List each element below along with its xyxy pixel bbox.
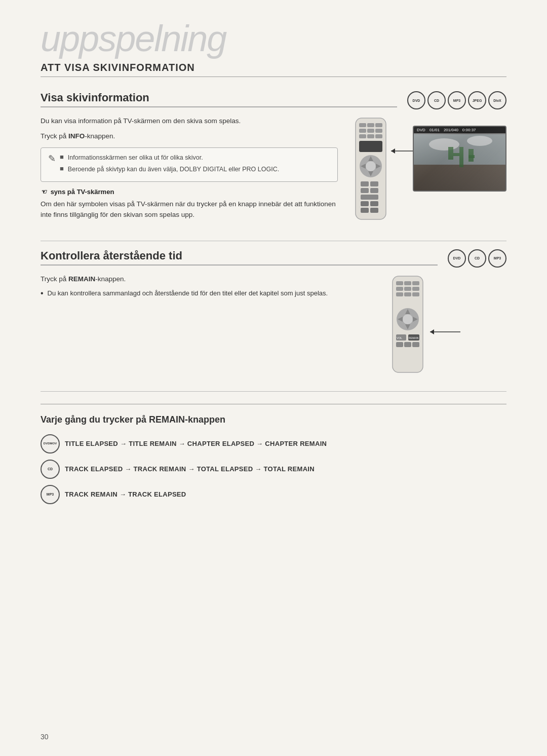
svg-rect-9 bbox=[375, 134, 382, 138]
tv-screen-panel: DVD 01/01 201/040 0:00:37 bbox=[413, 121, 506, 192]
svg-rect-29 bbox=[414, 165, 506, 192]
svg-rect-22 bbox=[361, 201, 369, 206]
callout-arrow-2 bbox=[427, 322, 463, 342]
main-section-title: ATT VISA SKIVINFORMATION bbox=[41, 62, 506, 77]
tv-screen-svg bbox=[414, 127, 506, 192]
flow-title: Varje gång du trycker på REMAIN-knappen bbox=[41, 414, 506, 425]
svg-marker-61 bbox=[430, 329, 434, 334]
svg-marker-27 bbox=[391, 148, 395, 154]
svg-text:REMAIN: REMAIN bbox=[409, 336, 419, 339]
svg-rect-57 bbox=[396, 342, 403, 347]
svg-rect-10 bbox=[359, 141, 382, 152]
flow-row-mp3: MP3 TRACK REMAIN → TRACK ELAPSED bbox=[41, 485, 506, 504]
remote-svg bbox=[348, 116, 394, 222]
svg-rect-20 bbox=[370, 188, 378, 193]
svg-rect-39 bbox=[404, 281, 411, 285]
svg-rect-44 bbox=[396, 292, 403, 296]
svg-rect-40 bbox=[412, 281, 419, 285]
section2-remote-area: VOL REMAIN bbox=[385, 274, 506, 375]
section1-title: Visa skivinformation bbox=[41, 91, 397, 107]
mp3-icon: MP3 bbox=[448, 91, 466, 109]
svg-rect-18 bbox=[370, 181, 378, 186]
svg-rect-7 bbox=[359, 134, 366, 138]
svg-rect-21 bbox=[361, 195, 378, 200]
svg-rect-43 bbox=[412, 287, 419, 291]
note-icon: ✎ bbox=[48, 153, 56, 164]
section1-images: DVD 01/01 201/040 0:00:37 bbox=[348, 116, 506, 224]
svg-rect-41 bbox=[396, 287, 403, 291]
cd-icon-2: CD bbox=[468, 249, 486, 268]
section2-text: Tryck på REMAIN-knappen. • Du kan kontro… bbox=[41, 274, 375, 375]
page-number: 30 bbox=[41, 733, 49, 741]
svg-rect-38 bbox=[396, 281, 403, 285]
flow-dvd-icon: DVD MOV bbox=[41, 434, 60, 453]
svg-rect-25 bbox=[370, 208, 378, 213]
disc-icons-section1: DVD CD MP3 JPEG DivX bbox=[407, 91, 506, 109]
remote-svg-2: VOL REMAIN bbox=[385, 274, 431, 375]
divider-1 bbox=[41, 241, 506, 241]
flow-cd-icon: CD bbox=[41, 460, 60, 479]
svg-rect-36 bbox=[468, 149, 474, 162]
svg-rect-1 bbox=[359, 123, 366, 127]
note-box: ✎ ■ Informationsskärmen ser olika ut för… bbox=[41, 147, 338, 182]
section2-bullet: • Du kan kontrollera sammanlagd och åter… bbox=[41, 288, 375, 298]
svg-rect-28 bbox=[414, 134, 506, 165]
svg-text:VOL: VOL bbox=[397, 336, 402, 339]
disc-icons-section2: DVD CD MP3 bbox=[448, 249, 506, 268]
flow-cd-text: TRACK ELAPSED → TRACK REMAIN → TOTAL ELA… bbox=[65, 465, 315, 473]
svg-rect-35 bbox=[448, 147, 453, 160]
divider-2 bbox=[41, 391, 506, 392]
svg-rect-33 bbox=[453, 153, 459, 156]
note-item-2: ■ Beroende på skivtyp kan du även välja,… bbox=[60, 165, 279, 174]
svg-rect-42 bbox=[404, 287, 411, 291]
svg-rect-46 bbox=[412, 292, 419, 296]
tv-symbol-text: Om den här symbolen visas på TV-skärmen … bbox=[41, 199, 338, 220]
section1-instruction: Tryck på INFO-knappen. bbox=[41, 131, 338, 142]
svg-rect-5 bbox=[367, 129, 374, 133]
tv-symbol-section: ☜ syns på TV-skärmen Om den här symbolen… bbox=[41, 188, 338, 220]
tv-symbol-title: ☜ syns på TV-skärmen bbox=[41, 188, 338, 196]
svg-rect-4 bbox=[359, 129, 366, 133]
svg-rect-17 bbox=[361, 181, 369, 186]
tv-info-bar: DVD 01/01 201/040 0:00:37 bbox=[414, 127, 505, 133]
cd-icon: CD bbox=[427, 91, 446, 109]
tv-screen-display: DVD 01/01 201/040 0:00:37 bbox=[413, 126, 506, 192]
section2-instruction: Tryck på REMAIN-knappen. bbox=[41, 274, 375, 285]
svg-rect-8 bbox=[367, 134, 374, 138]
svg-rect-6 bbox=[375, 129, 382, 133]
flow-row-dvd: DVD MOV TITLE ELAPSED → TITLE REMAIN → C… bbox=[41, 434, 506, 453]
section1-body1: Du kan visa information på TV-skärmen om… bbox=[41, 116, 338, 127]
flow-mp3-icon: MP3 bbox=[41, 485, 60, 504]
flow-mp3-text: TRACK REMAIN → TRACK ELAPSED bbox=[65, 490, 186, 498]
flow-row-cd: CD TRACK ELAPSED → TRACK REMAIN → TOTAL … bbox=[41, 460, 506, 479]
section-flow: Varje gång du trycker på REMAIN-knappen … bbox=[41, 404, 506, 504]
dvd-icon-2: DVD bbox=[448, 249, 466, 268]
svg-rect-34 bbox=[468, 155, 475, 158]
svg-rect-19 bbox=[361, 188, 369, 193]
section-visa-skivinformation: Visa skivinformation DVD CD MP3 JPEG Div… bbox=[41, 91, 506, 224]
svg-rect-32 bbox=[459, 147, 463, 167]
section-kontrollera: Kontrollera återstående tid DVD CD MP3 T… bbox=[41, 249, 506, 375]
svg-rect-2 bbox=[367, 123, 374, 127]
section2-title: Kontrollera återstående tid bbox=[41, 249, 438, 266]
dvd-icon: DVD bbox=[407, 91, 425, 109]
section2-remote-panel: VOL REMAIN bbox=[385, 274, 506, 375]
svg-rect-3 bbox=[375, 123, 382, 127]
svg-rect-45 bbox=[404, 292, 411, 296]
remote-with-callout: DVD 01/01 201/040 0:00:37 bbox=[348, 116, 506, 224]
note-item-1: ■ Informationsskärmen ser olika ut för o… bbox=[60, 153, 279, 163]
mp3-icon-2: MP3 bbox=[488, 249, 506, 268]
remote-panel bbox=[348, 116, 394, 224]
page-title: uppspelning bbox=[41, 20, 506, 57]
svg-rect-24 bbox=[361, 208, 369, 213]
section1-text-content: Du kan visa information på TV-skärmen om… bbox=[41, 116, 338, 224]
divx-icon: DivX bbox=[488, 91, 506, 109]
svg-rect-58 bbox=[404, 342, 411, 347]
svg-point-48 bbox=[403, 314, 413, 324]
flow-dvd-text: TITLE ELAPSED → TITLE REMAIN → CHAPTER E… bbox=[65, 440, 327, 447]
svg-rect-59 bbox=[412, 342, 419, 347]
jpeg-icon: JPEG bbox=[468, 91, 486, 109]
svg-point-12 bbox=[366, 161, 376, 171]
svg-rect-23 bbox=[370, 201, 378, 206]
svg-point-30 bbox=[429, 138, 459, 150]
